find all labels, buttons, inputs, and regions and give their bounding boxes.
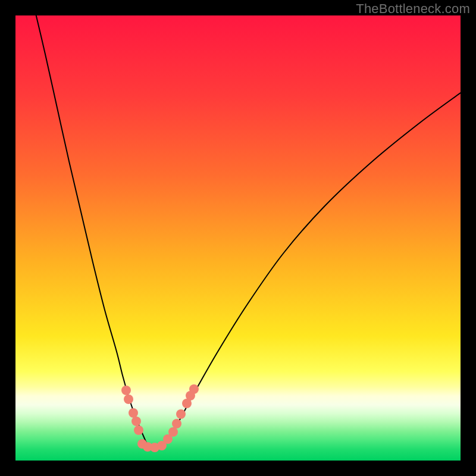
marker-dot (129, 408, 138, 418)
outer-frame: TheBottleneck.com (0, 0, 476, 476)
chart-area (15, 15, 461, 461)
gradient-background (15, 15, 461, 461)
marker-dot (168, 427, 178, 437)
marker-dot (131, 416, 141, 426)
chart-svg (15, 15, 461, 461)
marker-dot (189, 384, 199, 394)
watermark-text: TheBottleneck.com (356, 1, 470, 17)
marker-dot (172, 419, 181, 428)
marker-dot (121, 386, 131, 395)
marker-dot (134, 425, 143, 435)
marker-dot (124, 394, 133, 404)
marker-dot (176, 409, 186, 419)
